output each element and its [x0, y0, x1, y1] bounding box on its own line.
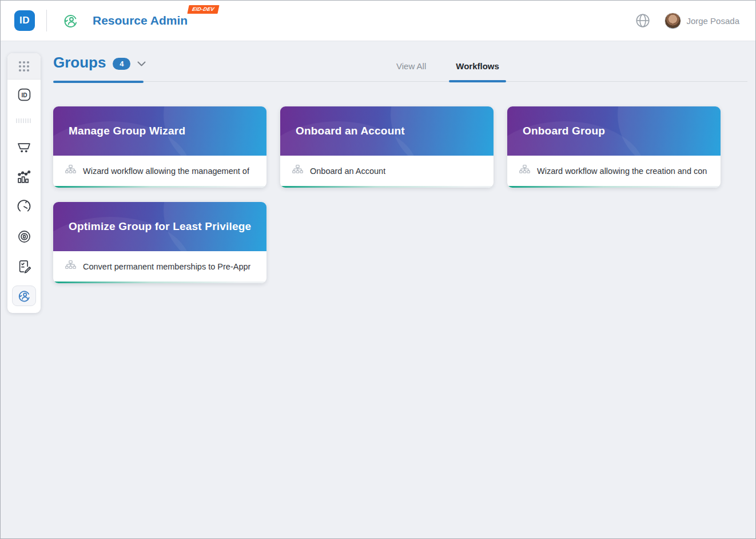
document-edit-icon [17, 259, 32, 274]
workflow-app-icon [62, 12, 79, 29]
sidebar-item-apps[interactable] [7, 53, 41, 80]
card-title: Onboard Group [523, 125, 605, 137]
card-body: Wizard workflow allowing the management … [53, 156, 266, 186]
tab-workflows-label: Workflows [456, 61, 499, 71]
workflow-cards: Manage Group Wizard Wizard workflow allo… [53, 106, 728, 283]
chevron-down-icon[interactable] [137, 61, 146, 67]
title-underline [53, 81, 144, 83]
id-badge-icon: ID [17, 87, 32, 102]
sitemap-icon [519, 164, 531, 178]
tabs: View All Workflows [389, 55, 506, 81]
card-onboard-group[interactable]: Onboard Group Wizard workflow allowing t… [507, 106, 721, 188]
app-title: Resource Admin [93, 14, 188, 27]
fingerprint-icon [17, 229, 32, 244]
card-accent [507, 186, 721, 188]
card-header: Manage Group Wizard [53, 106, 266, 156]
svg-text:ID: ID [21, 92, 27, 98]
header-divider [46, 10, 47, 31]
sitemap-icon [65, 164, 77, 178]
card-header: Onboard Group [507, 106, 721, 156]
apps-grid-icon [17, 59, 31, 74]
app-title-wrap: Resource Admin EID-DEV [93, 14, 188, 27]
card-description: Wizard workflow allowing the management … [83, 167, 249, 176]
sidebar-item-cart[interactable] [7, 132, 41, 162]
card-optimize-group-least-privilege[interactable]: Optimize Group for Least Privilege Conve… [53, 202, 266, 283]
sitemap-icon [292, 164, 304, 178]
card-accent [53, 282, 266, 283]
card-accent [280, 186, 494, 188]
env-badge: EID-DEV [188, 5, 220, 14]
card-description: Wizard workflow allowing the creation an… [537, 167, 707, 176]
card-body: Onboard an Account [280, 156, 494, 186]
card-accent [53, 186, 266, 188]
group-selector[interactable]: Groups 4 [53, 54, 146, 72]
sidebar-item-fingerprint[interactable] [7, 221, 41, 251]
card-title: Onboard an Account [296, 125, 405, 137]
sidebar-item-analytics[interactable] [7, 162, 41, 192]
page-title: Groups [53, 54, 106, 72]
card-description: Onboard an Account [310, 167, 385, 176]
sitemap-icon [65, 259, 77, 274]
card-header: Optimize Group for Least Privilege [53, 202, 266, 251]
sidebar-item-dashboard[interactable] [7, 192, 41, 221]
card-body: Wizard workflow allowing the creation an… [507, 156, 721, 186]
analytics-icon [16, 169, 32, 185]
app-header: ID Resource Admin EID-DEV [1, 1, 755, 41]
card-onboard-an-account[interactable]: Onboard an Account Onboard an Account [280, 106, 494, 188]
avatar[interactable] [665, 13, 681, 29]
header-left: ID Resource Admin EID-DEV [14, 10, 188, 31]
card-manage-group-wizard[interactable]: Manage Group Wizard Wizard workflow allo… [53, 106, 266, 188]
card-body: Convert permanent memberships to Pre-App… [53, 251, 266, 282]
sidebar-item-workflows[interactable] [7, 281, 41, 311]
gauge-icon [16, 199, 32, 215]
user-name[interactable]: Jorge Posada [686, 16, 739, 26]
header-right: Jorge Posada [635, 13, 739, 29]
tab-view-all[interactable]: View All [389, 55, 433, 77]
card-description: Convert permanent memberships to Pre-App… [83, 262, 250, 271]
sidebar: ID [7, 53, 41, 313]
app-logo[interactable]: ID [14, 10, 35, 31]
tab-active-indicator [449, 80, 506, 82]
count-badge: 4 [113, 58, 130, 70]
sidebar-item-forms[interactable] [7, 251, 41, 281]
app-window: ID Resource Admin EID-DEV [0, 0, 756, 539]
cart-icon [16, 139, 32, 155]
tab-workflows[interactable]: Workflows [449, 55, 506, 77]
card-title: Optimize Group for Least Privilege [69, 220, 251, 233]
page-head: Groups 4 View All Workflows [53, 55, 747, 82]
workflow-person-icon [12, 286, 36, 306]
card-header: Onboard an Account [280, 106, 494, 156]
card-title: Manage Group Wizard [69, 125, 185, 137]
main-content: Groups 4 View All Workflows [53, 55, 747, 283]
barcode-placeholder [15, 118, 33, 124]
globe-icon[interactable] [635, 13, 651, 29]
sidebar-item-placeholder [7, 109, 41, 132]
sidebar-item-identity[interactable]: ID [7, 80, 41, 109]
